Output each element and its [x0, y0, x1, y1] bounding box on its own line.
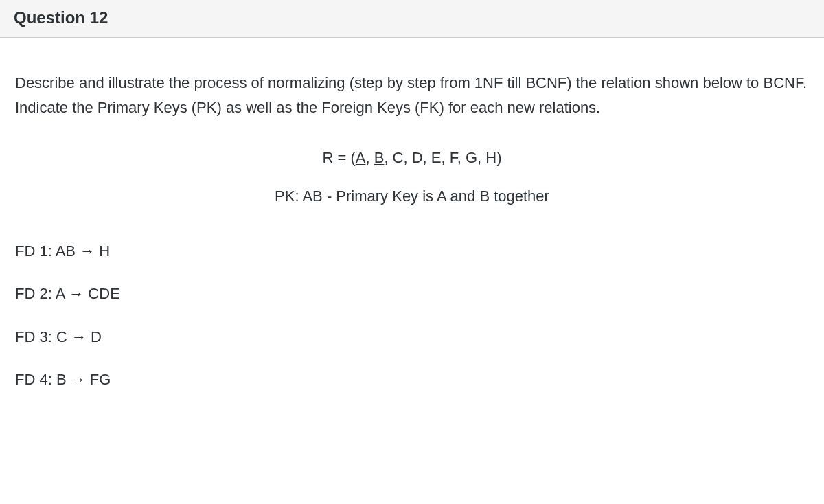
relation-sep1: ,	[365, 149, 374, 166]
question-body: Describe and illustrate the process of n…	[0, 38, 824, 406]
primary-key-line: PK: AB - Primary Key is A and B together	[15, 184, 809, 209]
question-title: Question 12	[14, 8, 810, 27]
fd-item: FD 3: C → D	[15, 325, 809, 350]
relation-definition: R = (A, B, C, D, E, F, G, H)	[15, 146, 809, 170]
fd-item: FD 1: AB → H	[15, 239, 809, 264]
fd-list: FD 1: AB → H FD 2: A → CDE FD 3: C → D F…	[15, 239, 809, 392]
instruction-text: Describe and illustrate the process of n…	[15, 71, 809, 121]
fd-item: FD 4: B → FG	[15, 367, 809, 392]
fd-item: FD 2: A → CDE	[15, 282, 809, 306]
relation-prefix: R = (	[322, 149, 355, 166]
relation-key-b: B	[374, 149, 385, 166]
question-header: Question 12	[0, 0, 824, 38]
relation-suffix: , C, D, E, F, G, H)	[384, 149, 501, 166]
relation-key-a: A	[356, 149, 366, 166]
